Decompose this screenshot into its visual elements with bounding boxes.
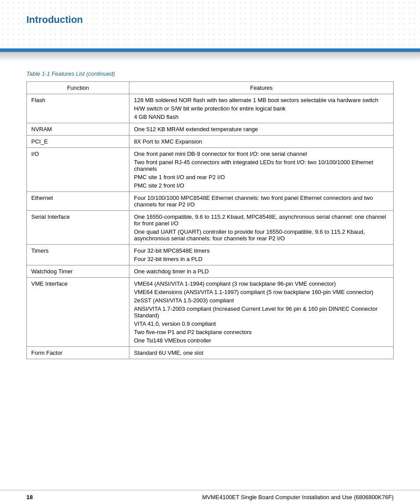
col-features-header: Features: [129, 82, 394, 94]
feature-line: One 512 KB MRAM extended temperature ran…: [134, 126, 389, 132]
features-cell: One 512 KB MRAM extended temperature ran…: [129, 123, 394, 136]
function-cell: Flash: [27, 94, 129, 123]
feature-line: 2eSST (ANSI/VITA 1.5-2003) compliant: [134, 297, 389, 304]
function-cell: Watchdog Timer: [27, 265, 129, 278]
table-row: EthernetFour 10/100/1000 MPC8548E Ethern…: [27, 192, 394, 211]
gray-gradient-strip: [0, 52, 420, 62]
feature-line: One watchdog timer in a PLD: [134, 268, 389, 275]
feature-line: H/W switch or S/W bit write protection f…: [134, 105, 389, 112]
footer-document-title: MVME4100ET Single Board Computer Install…: [202, 494, 394, 500]
feature-line: VITA 41.0, version 0.9 compliant: [134, 320, 389, 327]
table-row: Flash128 MB soldered NOR flash with two …: [27, 94, 394, 123]
page-footer: 18 MVME4100ET Single Board Computer Inst…: [0, 490, 420, 504]
feature-line: One 16550-compatible, 9.6 to 115.2 Kbaud…: [134, 213, 389, 227]
feature-line: 128 MB soldered NOR flash with two alter…: [134, 97, 389, 103]
features-cell: One 16550-compatible, 9.6 to 115.2 Kbaud…: [129, 211, 394, 245]
col-function-header: Function: [27, 82, 129, 94]
function-cell: Ethernet: [27, 192, 129, 211]
table-caption: Table 1-1 Features List (continued): [26, 70, 394, 77]
function-cell: Timers: [27, 245, 129, 265]
feature-line: Standard 6U VME, one slot: [134, 349, 389, 356]
function-cell: NVRAM: [27, 123, 129, 136]
features-cell: One watchdog timer in a PLD: [129, 265, 394, 278]
feature-line: Four 10/100/1000 MPC8548E Ethernet chann…: [134, 195, 389, 208]
features-cell: One front panel mini DB-9 connector for …: [129, 148, 394, 192]
table-row: NVRAMOne 512 KB MRAM extended temperatur…: [27, 123, 394, 136]
features-cell: Four 32-bit MPC8548E timersFour 32-bit t…: [129, 245, 394, 265]
feature-line: 8X Port to XMC Expansion: [134, 138, 389, 145]
main-content: Table 1-1 Features List (continued) Func…: [0, 62, 420, 377]
feature-line: ANSI/VITA 1.7-2003 compliant (Increased …: [134, 305, 389, 319]
table-row: Watchdog TimerOne watchdog timer in a PL…: [27, 265, 394, 278]
table-row: VME InterfaceVME64 (ANSI/VITA 1-1994) co…: [27, 278, 394, 347]
page-title: Introduction: [26, 14, 83, 26]
table-header-row: Function Features: [27, 82, 394, 94]
footer-page-number: 18: [26, 494, 33, 500]
function-cell: VME Interface: [27, 278, 129, 347]
feature-line: Four 32-bit MPC8548E timers: [134, 247, 389, 254]
table-row: I/OOne front panel mini DB-9 connector f…: [27, 148, 394, 192]
feature-line: One Tsi148 VMEbus controller: [134, 337, 389, 344]
features-cell: Standard 6U VME, one slot: [129, 347, 394, 359]
function-cell: I/O: [27, 148, 129, 192]
blue-divider-bar: [0, 48, 420, 52]
feature-line: PMC site 2 front I/O: [134, 182, 389, 189]
table-row: TimersFour 32-bit MPC8548E timersFour 32…: [27, 245, 394, 265]
feature-line: VME64 Extensions (ANSI/VITA 1.1-1997) co…: [134, 289, 389, 295]
table-row: PCI_E8X Port to XMC Expansion: [27, 136, 394, 148]
features-cell: 8X Port to XMC Expansion: [129, 136, 394, 148]
features-cell: Four 10/100/1000 MPC8548E Ethernet chann…: [129, 192, 394, 211]
feature-line: One front panel mini DB-9 connector for …: [134, 151, 389, 157]
feature-line: VME64 (ANSI/VITA 1-1994) compliant (3 ro…: [134, 280, 389, 287]
feature-line: Two front panel RJ-45 connectors with in…: [134, 159, 389, 172]
function-cell: PCI_E: [27, 136, 129, 148]
features-cell: 128 MB soldered NOR flash with two alter…: [129, 94, 394, 123]
features-table: Function Features Flash128 MB soldered N…: [26, 81, 394, 359]
feature-line: 4 GB NAND flash: [134, 114, 389, 120]
function-cell: Form Factor: [27, 347, 129, 359]
feature-line: PMC site 1 front I/O and rear P2 I/O: [134, 174, 389, 180]
table-row: Form FactorStandard 6U VME, one slot: [27, 347, 394, 359]
feature-line: One quad UART (QUART) controller to prov…: [134, 228, 389, 242]
function-cell: Serial Interface: [27, 211, 129, 245]
table-row: Serial InterfaceOne 16550-compatible, 9.…: [27, 211, 394, 245]
feature-line: Four 32-bit timers in a PLD: [134, 256, 389, 262]
header: Introduction: [0, 0, 420, 48]
features-cell: VME64 (ANSI/VITA 1-1994) compliant (3 ro…: [129, 278, 394, 347]
feature-line: Two five-row P1 and P2 backplane connect…: [134, 329, 389, 335]
